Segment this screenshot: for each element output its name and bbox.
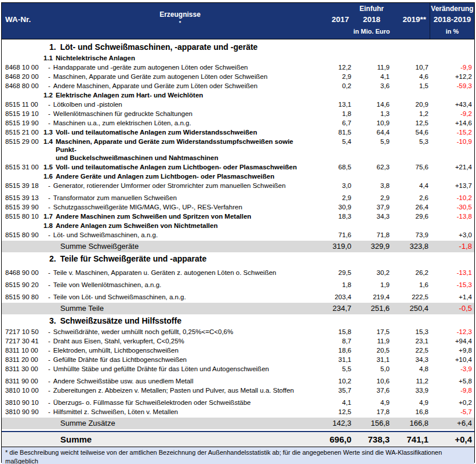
wa-number: 8515 39 18: [2, 182, 43, 190]
wa-number: 8515 11 00: [2, 100, 43, 108]
value-2017: 10,2: [317, 377, 353, 385]
value-2017: 203,4: [317, 293, 353, 301]
change-value: +6,4: [430, 419, 474, 428]
value-2018: 2,9: [353, 194, 391, 202]
change-value: -12,3: [430, 328, 474, 336]
change-value: -13,1: [430, 269, 474, 277]
table-row: 8468 20 00-Maschinen, Apparate und Gerät…: [2, 72, 474, 81]
table-row: 8515 39 13-Transformator zum manuellen S…: [2, 193, 474, 202]
value-2017: 12,2: [317, 63, 353, 71]
description-text: Wellenlötmaschinen für gedruckte Schaltu…: [53, 110, 313, 118]
value-2017: 8,7: [317, 337, 353, 345]
col-header-2019-label: 2019**: [391, 16, 426, 24]
table-row: 8515 80 90-Löt- und Schweißmaschinen, a.…: [2, 230, 474, 240]
table-row: 8515 29 001.4Maschinen, Apparate und Ger…: [2, 137, 474, 162]
value-2018: 3,8: [353, 182, 391, 190]
product-description: -Teile von Wellenlötmaschinen, a.n.g.: [43, 281, 317, 289]
value-2019: 2,6: [391, 194, 430, 202]
value-2017: 29,5: [317, 269, 353, 277]
description-text: Maschinen u.a., zum elektrischen Löten, …: [53, 119, 313, 127]
description-text: Summe: [60, 434, 313, 445]
dash-marker: -: [48, 231, 50, 239]
dash-marker: -: [48, 328, 50, 336]
value-2019: 11,2: [391, 377, 430, 385]
section-heading-row: 3.Schweißzusätze und Hilfsstoffe: [2, 314, 474, 327]
description-text: Elektroden, umhüllt, Lichtbogenschweißen: [53, 346, 313, 354]
change-value: +43,4: [430, 100, 474, 108]
description-text: Summe Schweißgeräte: [60, 242, 313, 251]
product-description: -Lötkolben und -pistolen: [43, 100, 317, 108]
value-2018: 64,4: [353, 128, 391, 136]
dash-marker: -: [48, 119, 50, 127]
dash-marker: -: [48, 356, 50, 364]
description-text-line2: und Buckelschweißmaschinen und Nahtmasch…: [56, 154, 313, 162]
table-row: 8311 20 00-Gefüllte Drähte für das Licht…: [2, 355, 474, 364]
table-row: 8468 80 00-Andere Maschinen, Apparate un…: [2, 81, 474, 90]
change-value: -9,2: [430, 110, 474, 118]
dash-marker: -: [48, 182, 50, 190]
product-description: 1.7Andere Maschinen zum Schweißen und Sp…: [43, 212, 317, 220]
value-2018: 219,4: [353, 293, 391, 301]
wa-number: 7217 10 50: [2, 328, 43, 336]
change-value: -0,5: [430, 304, 474, 313]
col-header-2017: 2017: [317, 3, 353, 39]
value-2017: 142,3: [317, 419, 353, 428]
description-text: Voll- und teilautomatische Anlagen zum L…: [56, 163, 313, 171]
dash-marker: -: [48, 110, 50, 118]
table-row: 8515 21 001.3Voll- und teilautomatische …: [2, 128, 474, 137]
value-2018: 11,9: [353, 337, 391, 345]
dash-marker: -: [48, 269, 50, 277]
section-number: 2.: [49, 254, 56, 264]
table-row: 8515 39 18-Generator, rotierender Umform…: [2, 181, 474, 190]
product-description: -Transformator zum manuellen Schweißen: [43, 194, 317, 202]
table-row: 8468 10 00-Handapparate und -geräte zum …: [2, 63, 474, 72]
wa-number: 8515 80 10: [2, 212, 43, 220]
description-text: Draht aus Eisen, Stahl, verkupfert, C<0,…: [53, 337, 313, 345]
value-2019: 741,1: [391, 434, 430, 445]
change-value: +0,2: [430, 398, 474, 407]
value-2017: 35,7: [317, 386, 353, 394]
change-value: +0,4: [430, 434, 474, 445]
value-2018: 17,5: [353, 328, 391, 336]
value-2019: 26,4: [391, 203, 430, 211]
wa-number: 8311 10 00: [2, 346, 43, 354]
product-description: -Draht aus Eisen, Stahl, verkupfert, C<0…: [43, 337, 317, 345]
value-2017: 31,1: [317, 356, 353, 364]
value-2017: 4,1: [317, 398, 353, 407]
table-body: 1.Löt- und Schweißmaschinen, -apparate u…: [2, 39, 474, 447]
wa-number: 8515 29 00: [2, 137, 43, 146]
description-text: Überzugs- o. Füllmasse für Schweißelektr…: [53, 398, 313, 407]
dash-marker: -: [48, 72, 50, 81]
value-2019: 5,3: [391, 137, 430, 146]
wa-number: 8515 19 10: [2, 110, 43, 118]
description-text: Andere Maschinen zum Schweißen und Sprit…: [56, 212, 313, 220]
section-heading-row: 1.2Elektrische Anlagen zum Hart- und Wei…: [2, 90, 474, 100]
product-description: -Gefüllte Drähte für das Lichtbogenschwe…: [43, 356, 317, 364]
table-row: 8515 39 90-Schutzgasschweißgeräte MIG/MA…: [2, 202, 474, 212]
value-2018: 1,3: [353, 110, 391, 118]
change-value: +21,4: [430, 163, 474, 171]
value-2017: 0,2: [317, 82, 353, 90]
value-2018: 4,9: [353, 398, 391, 407]
value-2017: 234,7: [317, 304, 353, 313]
description-text: Umhüllte Stäbe und gefüllte Drähte für d…: [53, 365, 313, 373]
value-2019: 34,3: [391, 356, 430, 364]
col-header-wa-nr-label: WA-Nr.: [5, 16, 43, 24]
product-description: -Elektroden, umhüllt, Lichtbogenschweiße…: [43, 346, 317, 354]
value-2018: 62,3: [353, 163, 391, 171]
change-value: -1,8: [430, 242, 474, 251]
value-2019: 4,6: [391, 72, 430, 81]
table-footnotes: * die Beschreibung weicht teilweise von …: [2, 447, 474, 464]
change-value: +94,4: [430, 337, 474, 345]
value-2019: 1,5: [391, 82, 430, 90]
description-text: Löt- und Schweißmaschinen, -apparate und…: [60, 42, 313, 52]
description-text: Andere Maschinen, Apparate und Geräte zu…: [53, 82, 313, 90]
table-row: 7217 10 50-Schweißdrähte, weder umhüllt …: [2, 327, 474, 336]
wa-number: 8311 30 00: [2, 365, 43, 373]
value-2019: 33,9: [391, 386, 430, 394]
col-header-2018: Einfuhr 2018 in Mio. Euro: [353, 3, 391, 39]
change-value: -9,8: [430, 386, 474, 394]
change-value: -15,2: [430, 128, 474, 136]
value-2018: 71,8: [353, 231, 391, 239]
product-description: -Umhüllte Stäbe und gefüllte Drähte für …: [43, 365, 317, 373]
